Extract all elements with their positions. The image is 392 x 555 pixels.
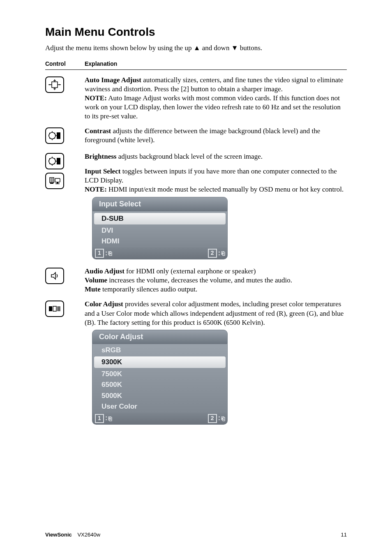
svg-rect-39 xyxy=(57,306,60,311)
osd-color-key-2: 2 xyxy=(208,414,217,423)
color-adjust-desc: Color Adjust provides several color adju… xyxy=(85,300,347,327)
svg-rect-33 xyxy=(50,183,53,184)
row-audio-adjust: Audio Adjust for HDMI only (external ear… xyxy=(45,267,347,294)
footer-brand: ViewSonic xyxy=(45,532,72,538)
svg-point-6 xyxy=(59,84,60,85)
svg-rect-0 xyxy=(52,82,58,88)
enter-icon: ⎗ xyxy=(221,250,225,257)
row-contrast: Contrast adjusts the difference between … xyxy=(45,127,347,146)
auto-image-adjust-icon xyxy=(45,76,64,93)
osd-input-footer: 1:⎘ 2:⎗ xyxy=(92,247,228,259)
osd-input-title: Input Select xyxy=(92,197,228,211)
audio-adjust-desc: Audio Adjust for HDMI only (external ear… xyxy=(85,267,347,276)
color-adjust-icon xyxy=(45,301,64,317)
osd-color-title: Color Adjust xyxy=(92,330,228,344)
osd-color-key-1: 1 xyxy=(95,414,104,423)
exit-icon: ⎘ xyxy=(108,415,112,422)
brightness-desc: Brightness adjusts background black leve… xyxy=(85,152,347,161)
header-control: Control xyxy=(45,60,85,67)
auto-image-adjust-note: NOTE: Auto Image Adjust works with most … xyxy=(85,94,347,121)
svg-point-5 xyxy=(49,84,50,85)
footer-model: VX2640w xyxy=(77,532,100,538)
contrast-desc: Contrast adjusts the difference between … xyxy=(85,127,347,145)
table-header: Control Explanation xyxy=(45,60,347,67)
osd-color-item-6500k: 6500K xyxy=(92,379,227,390)
osd-color-adjust: Color Adjust sRGB 9300K 7500K 6500K 5000… xyxy=(92,330,228,425)
input-select-desc: Input Select toggles between inputs if y… xyxy=(85,167,347,185)
svg-rect-37 xyxy=(49,306,52,311)
contrast-icon xyxy=(45,127,64,144)
svg-rect-38 xyxy=(53,306,56,311)
enter-icon: ⎗ xyxy=(221,415,225,422)
exit-icon: ⎘ xyxy=(108,250,112,257)
svg-rect-35 xyxy=(57,182,58,183)
brightness-icon xyxy=(45,153,64,169)
svg-rect-18 xyxy=(57,132,60,139)
row-auto-image-adjust: Auto Image Adjust automatically sizes, c… xyxy=(45,76,347,121)
page-footer: ViewSonic VX2640w 11 xyxy=(45,532,347,539)
osd-key-2: 2 xyxy=(208,249,217,258)
osd-color-item-srgb: sRGB xyxy=(92,345,227,356)
auto-image-adjust-desc: Auto Image Adjust automatically sizes, c… xyxy=(85,76,347,94)
input-select-note: NOTE: HDMI input/exit mode must be selec… xyxy=(85,185,347,194)
header-explanation: Explanation xyxy=(85,60,117,67)
osd-color-item-7500k: 7500K xyxy=(92,369,227,379)
osd-color-item-9300k: 9300K xyxy=(94,356,226,368)
page-title: Main Menu Controls xyxy=(45,25,347,39)
row-color-adjust: Color Adjust provides several color adju… xyxy=(45,300,347,426)
footer-page: 11 xyxy=(341,532,347,539)
row-brightness: Brightness adjusts background black leve… xyxy=(45,152,347,261)
osd-color-item-5000k: 5000K xyxy=(92,391,227,401)
osd-color-body: sRGB 9300K 7500K 6500K 5000K User Color xyxy=(92,344,228,413)
input-select-icon xyxy=(45,173,64,189)
osd-key-1: 1 xyxy=(95,249,104,258)
osd-input-item-dvi: DVI xyxy=(92,225,227,236)
osd-color-footer: 1:⎘ 2:⎗ xyxy=(92,413,228,425)
audio-adjust-icon xyxy=(45,268,64,284)
audio-adjust-mute: Mute temporarily silences audio output. xyxy=(85,285,347,294)
osd-color-item-user: User Color xyxy=(92,401,227,412)
osd-input-body: D-SUB DVI HDMI xyxy=(92,211,228,247)
osd-input-select: Input Select D-SUB DVI HDMI 1:⎘ 2:⎗ xyxy=(92,197,228,260)
osd-input-item-dsub: D-SUB xyxy=(94,213,226,224)
audio-adjust-volume: Volume increases the volume, decreases t… xyxy=(85,276,347,285)
svg-rect-34 xyxy=(55,178,60,182)
divider xyxy=(45,69,347,70)
intro-text: Adjust the menu items shown below by usi… xyxy=(45,44,347,53)
svg-rect-28 xyxy=(57,158,60,164)
osd-input-item-hdmi: HDMI xyxy=(92,236,227,247)
